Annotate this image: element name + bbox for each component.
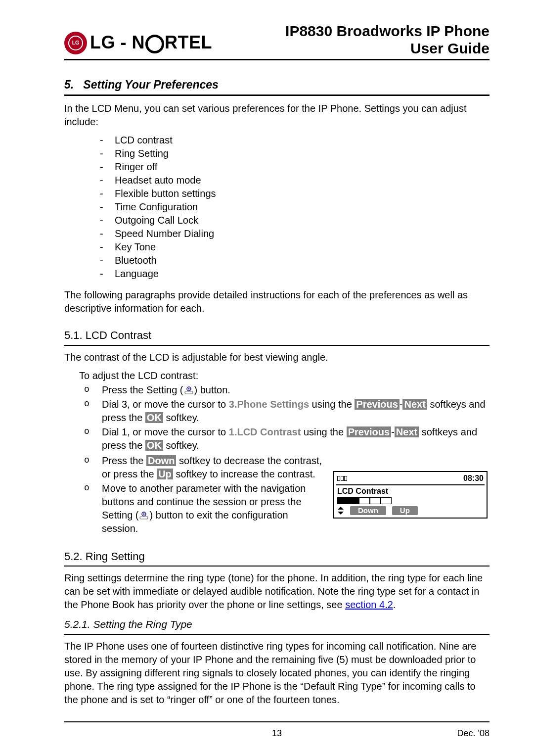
softkey-up: Up <box>157 469 173 479</box>
text: softkey. <box>163 440 199 451</box>
svg-rect-5 <box>140 517 148 519</box>
text: softkey. <box>163 412 199 423</box>
list-item: Language <box>100 267 490 281</box>
softkey-ok: OK <box>145 440 163 451</box>
menu-path: 3.Phone Settings <box>229 399 309 410</box>
lg-logo-icon: LG <box>64 32 87 54</box>
text: softkey to increase the contrast. <box>173 469 315 479</box>
step-item: Dial 3, or move the cursor to 3.Phone Se… <box>79 398 490 425</box>
section-5-intro: In the LCD Menu, you can set various pre… <box>64 102 490 129</box>
svg-rect-2 <box>185 391 193 394</box>
s52-para1: Ring settings determine the ring type (t… <box>64 571 490 612</box>
text: - <box>391 426 395 437</box>
s51-intro: The contrast of the LCD is adjustable fo… <box>64 351 490 364</box>
footer-date: Dec. '08 <box>457 727 490 739</box>
list-item: Key Tone <box>100 240 490 254</box>
svg-point-1 <box>188 388 189 389</box>
softkey-previous: Previous <box>355 399 399 410</box>
list-item: Speed Number Dialing <box>100 227 490 240</box>
section-4-2-link[interactable]: section 4.2 <box>345 599 393 610</box>
brand-text: LG - N RTEL <box>90 31 212 55</box>
list-item: Ringer off <box>100 160 490 174</box>
section-5-closing: The following paragraphs provide detaile… <box>64 288 490 315</box>
list-item: Outgoing Call Lock <box>100 214 490 227</box>
page-header: LG LG - N RTEL IP8830 Broadworks IP Phon… <box>64 23 490 60</box>
text: Press the Setting ( <box>102 384 183 395</box>
list-item: Flexible button settings <box>100 187 490 200</box>
svg-marker-6 <box>338 507 344 510</box>
menu-path: 1.LCD Contrast <box>229 426 301 437</box>
text: Dial 3, or move the cursor to <box>102 399 229 410</box>
s51-lead: To adjust the LCD contrast: <box>79 369 490 382</box>
text: using the <box>309 399 355 410</box>
lcd-time: 08:30 <box>463 473 484 484</box>
brand-suffix: RTEL <box>165 31 212 55</box>
list-item: Headset auto mode <box>100 174 490 187</box>
s51-steps: Press the Setting () button. Dial 3, or … <box>79 383 490 452</box>
contrast-bar <box>337 497 484 504</box>
settings-icon <box>183 386 194 394</box>
document-title: IP8830 Broadworks IP Phone User Guide <box>285 23 490 57</box>
text: ) button. <box>194 384 230 395</box>
s51-steps-cont: Press the Down softkey to decrease the c… <box>79 454 324 535</box>
brand-prefix: LG - N <box>90 31 145 55</box>
settings-icon <box>138 512 149 520</box>
text: Press the <box>102 455 146 466</box>
section-5-2-heading: 5.2. Ring Setting <box>64 547 490 567</box>
section-5-heading: 5. Setting Your Preferences <box>64 74 490 96</box>
section-title: Setting Your Preferences <box>83 78 219 91</box>
nav-updown-icon <box>337 507 344 515</box>
page-number: 13 <box>272 727 282 739</box>
softkey-down: Down <box>146 455 176 466</box>
brand-o-icon <box>145 35 164 53</box>
step-item: Press the Down softkey to decrease the c… <box>79 454 324 481</box>
title-line-1: IP8830 Broadworks IP Phone <box>285 23 490 40</box>
step-item: Press the Setting () button. <box>79 383 490 397</box>
lcd-screen-title: LCD Contrast <box>336 485 485 497</box>
list-item: Bluetooth <box>100 254 490 267</box>
step-item: Dial 1, or move the cursor to 1.LCD Cont… <box>79 425 490 452</box>
list-item: LCD contrast <box>100 134 490 147</box>
section-5-2-1-heading: 5.2.1. Setting the Ring Type <box>64 616 490 634</box>
section-5-1-heading: 5.1. LCD Contrast <box>64 326 490 346</box>
svg-marker-7 <box>338 512 344 515</box>
list-item: Time Configuration <box>100 200 490 214</box>
svg-point-4 <box>143 513 145 515</box>
softkey-next: Next <box>402 399 427 410</box>
step-item: Move to another parameter with the navig… <box>79 482 324 535</box>
text: Dial 1, or move the cursor to <box>102 426 229 437</box>
lcd-contrast-screenshot: 08:30 LCD Contrast Down Up <box>333 471 488 519</box>
text: Ring settings determine the ring type (t… <box>64 572 483 610</box>
softkey-ok: OK <box>145 412 163 423</box>
title-line-2: User Guide <box>285 40 490 57</box>
text: . <box>393 599 396 610</box>
lcd-down-button: Down <box>350 506 386 515</box>
s52-para2: The IP Phone uses one of fourteen distin… <box>64 640 490 707</box>
page-footer: 13 Dec. '08 <box>64 721 490 739</box>
preferences-list: LCD contrast Ring Setting Ringer off Hea… <box>100 134 490 281</box>
section-number: 5. <box>64 78 74 91</box>
brand-logo: LG LG - N RTEL <box>64 31 212 57</box>
text: using the <box>301 426 346 437</box>
lcd-up-button: Up <box>392 506 418 515</box>
list-item: Ring Setting <box>100 147 490 160</box>
softkey-previous: Previous <box>347 426 391 437</box>
network-icon <box>337 473 347 484</box>
softkey-next: Next <box>395 426 419 437</box>
